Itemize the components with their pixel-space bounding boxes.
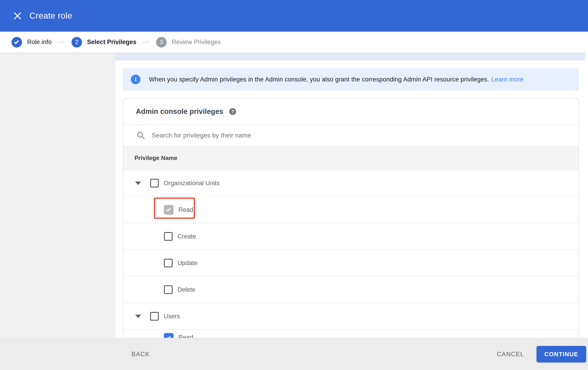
stepper: Role info 2 Select Privileges 3 Review P…	[0, 32, 588, 53]
step-separator	[58, 42, 65, 42]
search-icon	[136, 131, 146, 140]
privilege-row-update: Update	[124, 250, 578, 277]
privilege-search-row	[124, 124, 578, 146]
privilege-label: Read	[178, 334, 193, 338]
organizational-units-checkbox[interactable]	[150, 179, 159, 188]
dialog-body: i When you specify Admin privileges in t…	[0, 53, 588, 338]
privilege-label: Read	[178, 206, 193, 213]
page-title: Create role	[29, 11, 72, 21]
step-label: Review Privileges	[172, 39, 221, 46]
left-gutter	[0, 53, 116, 338]
privilege-label: Organizational Units	[164, 180, 220, 187]
content-pane: i When you specify Admin privileges in t…	[116, 53, 588, 338]
step-number-badge: 3	[156, 37, 167, 48]
dialog-footer: BACK CANCEL CONTINUE	[0, 338, 588, 370]
search-input[interactable]	[152, 132, 496, 139]
privilege-name-column-header: Privilege Name	[135, 154, 177, 162]
help-icon[interactable]: ?	[229, 108, 236, 115]
privilege-label: Users	[164, 313, 180, 320]
read-checkbox-checked-disabled[interactable]	[164, 205, 174, 215]
step-label: Select Privileges	[87, 39, 136, 46]
info-banner-message: When you specify Admin privileges in the…	[149, 76, 489, 83]
privilege-row-users: Users	[124, 303, 578, 330]
info-icon: i	[131, 75, 140, 84]
privilege-row-read: Read	[124, 197, 578, 223]
collapse-arrow-icon[interactable]	[135, 181, 141, 185]
close-icon[interactable]	[12, 10, 23, 21]
create-checkbox[interactable]	[164, 232, 173, 241]
users-read-checkbox-checked[interactable]	[164, 333, 174, 338]
cancel-button[interactable]: CANCEL	[497, 338, 524, 370]
step-completed-check-icon	[11, 37, 22, 48]
card-header: Admin console privileges ?	[124, 99, 578, 124]
table-header: Privilege Name	[124, 146, 578, 170]
privilege-label: Update	[178, 260, 198, 267]
privilege-label: Create	[178, 233, 196, 240]
info-banner: i When you specify Admin privileges in t…	[123, 68, 579, 91]
step-label: Role info	[27, 39, 52, 46]
learn-more-link[interactable]: Learn more	[492, 76, 524, 83]
update-checkbox[interactable]	[164, 259, 173, 267]
step-review-privileges[interactable]: 3 Review Privileges	[156, 37, 221, 48]
users-checkbox[interactable]	[150, 312, 159, 321]
privilege-row-create: Create	[124, 223, 578, 250]
step-role-info[interactable]: Role info	[11, 37, 52, 48]
create-role-dialog: Create role Role info 2 Select Privilege…	[0, 0, 588, 370]
info-banner-text: When you specify Admin privileges in the…	[149, 76, 524, 83]
step-separator	[142, 42, 150, 42]
card-title: Admin console privileges	[136, 107, 223, 116]
continue-button[interactable]: CONTINUE	[536, 346, 586, 362]
privilege-row-delete: Delete	[124, 277, 578, 303]
privilege-row-users-read: Read	[124, 330, 578, 338]
delete-checkbox[interactable]	[164, 285, 173, 294]
privilege-label: Delete	[178, 286, 195, 293]
scrolled-element-edge	[116, 53, 585, 60]
admin-console-privileges-card: Admin console privileges ? Privilege Nam…	[123, 98, 579, 338]
dialog-titlebar: Create role	[0, 0, 588, 32]
collapse-arrow-icon[interactable]	[135, 315, 141, 318]
step-select-privileges[interactable]: 2 Select Privileges	[72, 37, 136, 48]
step-number-badge: 2	[72, 37, 82, 48]
back-button[interactable]: BACK	[131, 338, 150, 370]
privilege-row-organizational-units: Organizational Units	[124, 170, 578, 197]
